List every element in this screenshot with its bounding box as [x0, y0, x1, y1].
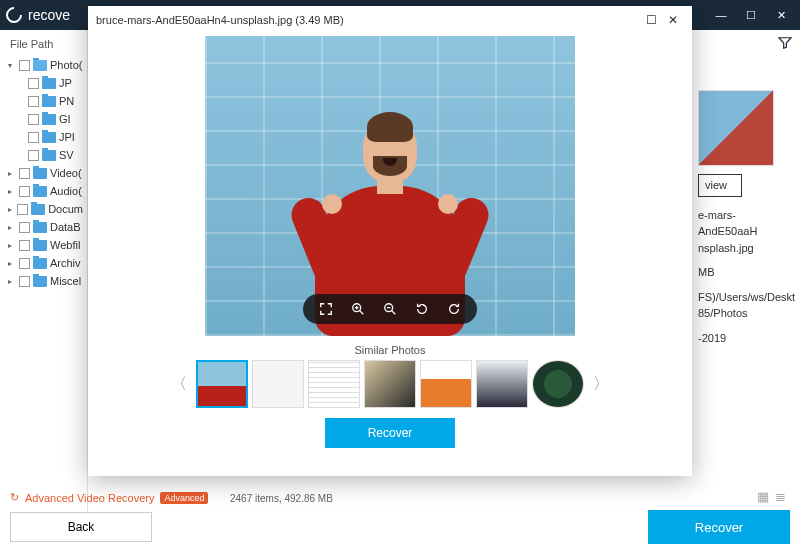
- folder-icon: [33, 258, 47, 269]
- advanced-badge: Advanced: [160, 492, 208, 504]
- minimize-button[interactable]: —: [708, 4, 734, 26]
- checkbox[interactable]: [28, 132, 39, 143]
- folder-icon: [42, 150, 56, 161]
- file-tree-sidebar: File Path ▾Photo( JP PN GI JPI SV ▸Video…: [0, 30, 88, 520]
- tree-item-photo[interactable]: ▾Photo(: [0, 56, 87, 74]
- advanced-recovery-link[interactable]: ↻ Advanced Video Recovery Advanced: [10, 491, 208, 504]
- file-details-panel: view e-mars-AndE50aaH nsplash.jpg MB FS)…: [698, 90, 786, 346]
- similar-photos-label: Similar Photos: [355, 344, 426, 356]
- carousel-prev-button[interactable]: 〈: [170, 374, 188, 395]
- tree-item-video[interactable]: ▸Video(: [0, 164, 87, 182]
- preview-filesize: (3.49 MB): [295, 14, 343, 26]
- tree-item-png[interactable]: PN: [0, 92, 87, 110]
- details-size: MB: [698, 264, 786, 281]
- checkbox[interactable]: [28, 150, 39, 161]
- checkbox[interactable]: [19, 258, 30, 269]
- fullscreen-icon[interactable]: [445, 302, 463, 316]
- tree-item-jpg[interactable]: JP: [0, 74, 87, 92]
- folder-icon: [31, 204, 45, 215]
- modal-recover-button[interactable]: Recover: [325, 418, 455, 448]
- thumbnail-item[interactable]: [364, 360, 416, 408]
- thumbnail-item[interactable]: [420, 360, 472, 408]
- checkbox[interactable]: [19, 240, 30, 251]
- checkbox[interactable]: [28, 96, 39, 107]
- folder-icon: [33, 168, 47, 179]
- folder-icon: [33, 60, 47, 71]
- app-logo: recove: [6, 7, 70, 23]
- tree-item-gif[interactable]: GI: [0, 110, 87, 128]
- thumbnail-item[interactable]: [532, 360, 584, 408]
- close-button[interactable]: ✕: [768, 4, 794, 26]
- tree-item-database[interactable]: ▸DataB: [0, 218, 87, 236]
- tree-item-misc[interactable]: ▸Miscel: [0, 272, 87, 290]
- recover-button[interactable]: Recover: [648, 510, 790, 544]
- preview-image: [205, 36, 575, 336]
- tree-item-audio[interactable]: ▸Audio(: [0, 182, 87, 200]
- back-button[interactable]: Back: [10, 512, 152, 542]
- thumbnail-item[interactable]: [196, 360, 248, 408]
- checkbox[interactable]: [19, 276, 30, 287]
- details-thumbnail: [698, 90, 774, 166]
- modal-close-button[interactable]: ✕: [662, 10, 684, 30]
- list-view-icon[interactable]: ≣: [775, 489, 786, 504]
- folder-icon: [33, 186, 47, 197]
- thumbnail-item[interactable]: [476, 360, 528, 408]
- view-button[interactable]: view: [698, 174, 742, 197]
- tree-item-archive[interactable]: ▸Archiv: [0, 254, 87, 272]
- rotate-icon[interactable]: [413, 302, 431, 316]
- grid-view-icon[interactable]: ▦: [757, 489, 769, 504]
- tree-item-document[interactable]: ▸Docum: [0, 200, 87, 218]
- checkbox[interactable]: [17, 204, 28, 215]
- file-path-label: File Path: [0, 34, 87, 56]
- zoom-in-icon[interactable]: [349, 302, 367, 316]
- filter-icon[interactable]: [778, 36, 792, 53]
- thumbnail-item[interactable]: [308, 360, 360, 408]
- folder-icon: [42, 114, 56, 125]
- status-text: 2467 items, 492.86 MB: [230, 493, 333, 504]
- details-date: -2019: [698, 330, 786, 347]
- fit-screen-icon[interactable]: [317, 302, 335, 316]
- modal-maximize-button[interactable]: ☐: [640, 10, 662, 30]
- logo-icon: [3, 4, 26, 27]
- folder-icon: [33, 240, 47, 251]
- folder-icon: [33, 276, 47, 287]
- checkbox[interactable]: [28, 78, 39, 89]
- refresh-icon: ↻: [10, 491, 19, 504]
- zoom-out-icon[interactable]: [381, 302, 399, 316]
- checkbox[interactable]: [28, 114, 39, 125]
- modal-titlebar: bruce-mars-AndE50aaHn4-unsplash.jpg (3.4…: [88, 6, 692, 34]
- thumbnail-carousel: 〈 〉: [170, 360, 610, 408]
- preview-filename: bruce-mars-AndE50aaHn4-unsplash.jpg: [96, 14, 292, 26]
- carousel-next-button[interactable]: 〉: [592, 374, 610, 395]
- image-preview-modal: bruce-mars-AndE50aaHn4-unsplash.jpg (3.4…: [88, 6, 692, 476]
- view-mode-toggles: ▦ ≣: [757, 489, 786, 504]
- maximize-button[interactable]: ☐: [738, 4, 764, 26]
- tree-item-svg[interactable]: SV: [0, 146, 87, 164]
- checkbox[interactable]: [19, 168, 30, 179]
- thumbnail-item[interactable]: [252, 360, 304, 408]
- checkbox[interactable]: [19, 60, 30, 71]
- folder-icon: [42, 78, 56, 89]
- app-title: recove: [28, 7, 70, 23]
- tree-item-jpeg[interactable]: JPI: [0, 128, 87, 146]
- checkbox[interactable]: [19, 186, 30, 197]
- image-controls-toolbar: [303, 294, 477, 324]
- folder-icon: [33, 222, 47, 233]
- tree-item-webfile[interactable]: ▸Webfil: [0, 236, 87, 254]
- checkbox[interactable]: [19, 222, 30, 233]
- folder-icon: [42, 96, 56, 107]
- folder-icon: [42, 132, 56, 143]
- details-filename: e-mars-AndE50aaH nsplash.jpg: [698, 207, 786, 257]
- details-path: FS)/Users/ws/Deskt 85/Photos: [698, 289, 786, 322]
